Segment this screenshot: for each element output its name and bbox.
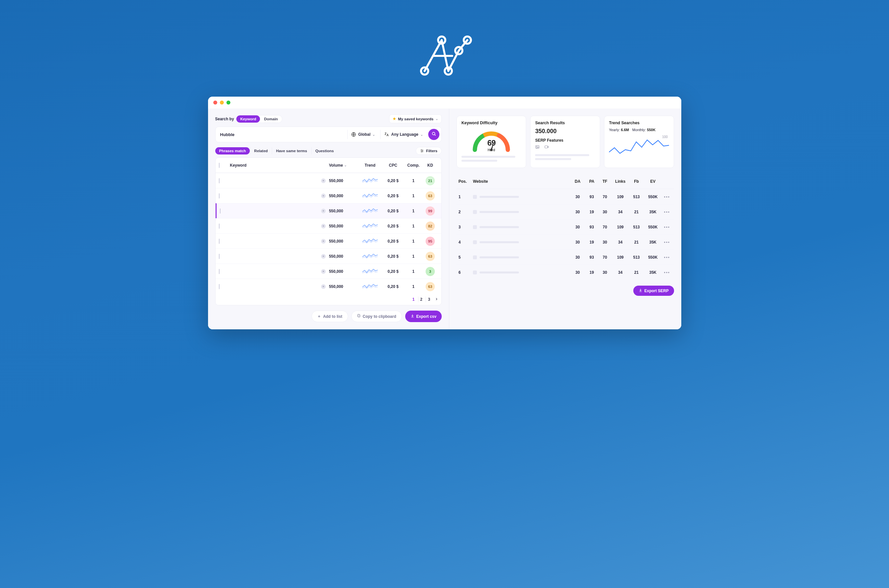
- favicon-placeholder: [473, 240, 477, 244]
- row-checkbox[interactable]: [220, 208, 220, 214]
- row-more-button[interactable]: •••: [662, 255, 672, 260]
- row-more-button[interactable]: •••: [662, 240, 672, 244]
- tab-questions[interactable]: Questions: [311, 147, 338, 154]
- row-checkbox[interactable]: [219, 238, 220, 244]
- cell-pa: 19: [585, 240, 598, 244]
- table-row[interactable]: +550,0000,20 $195: [216, 233, 441, 249]
- window-minimize-icon[interactable]: [220, 100, 224, 105]
- table-row[interactable]: +550,0000,20 $163: [216, 279, 441, 294]
- table-row[interactable]: +550,0000,20 $163: [216, 188, 441, 203]
- table-row[interactable]: +550,0000,20 $13: [216, 264, 441, 279]
- col-trend[interactable]: Trend: [358, 163, 382, 168]
- table-row[interactable]: 4301930342135K•••: [456, 234, 674, 249]
- page-1[interactable]: 1: [411, 297, 417, 302]
- cell-cpc: 0,20 $: [382, 224, 405, 228]
- saved-keywords-button[interactable]: ★ My saved keywords ⌄: [389, 114, 442, 123]
- filters-button[interactable]: Filters: [416, 147, 442, 155]
- col-pa[interactable]: PA: [585, 179, 598, 184]
- tab-have-same-terms[interactable]: Have same terms: [272, 147, 311, 154]
- website-placeholder: [480, 256, 519, 258]
- table-row[interactable]: +550,0000,20 $163: [216, 249, 441, 264]
- table-row[interactable]: 6301930342135K•••: [456, 265, 674, 280]
- cell-da: 30: [570, 240, 585, 244]
- info-icon[interactable]: +: [321, 178, 326, 183]
- saved-keywords-label: My saved keywords: [398, 117, 433, 121]
- cell-links: 109: [612, 255, 630, 260]
- info-icon[interactable]: +: [321, 284, 326, 289]
- tab-related[interactable]: Related: [250, 147, 272, 154]
- select-all-checkbox[interactable]: [219, 163, 220, 168]
- info-icon[interactable]: +: [321, 224, 326, 228]
- col-keyword[interactable]: Keyword: [230, 163, 321, 168]
- cell-trend: [358, 192, 382, 200]
- info-icon[interactable]: +: [321, 254, 326, 259]
- col-cpc[interactable]: CPC: [382, 163, 405, 168]
- table-row[interactable]: +550,0000,20 $121: [216, 173, 441, 188]
- row-more-button[interactable]: •••: [662, 225, 672, 230]
- row-checkbox[interactable]: [219, 224, 220, 229]
- page-2[interactable]: 2: [418, 297, 424, 302]
- search-by-domain[interactable]: Domain: [260, 116, 282, 123]
- row-checkbox[interactable]: [219, 269, 220, 274]
- search-button[interactable]: [428, 129, 439, 140]
- table-row[interactable]: 2301930342135K•••: [456, 204, 674, 219]
- cell-fb: 21: [630, 270, 644, 275]
- website-placeholder: [480, 272, 519, 273]
- table-row[interactable]: 5309370109513550K•••: [456, 249, 674, 265]
- col-kd[interactable]: KD: [422, 163, 438, 168]
- info-icon[interactable]: +: [321, 239, 326, 243]
- table-row[interactable]: 1309370109513550K•••: [456, 189, 674, 204]
- col-da[interactable]: DA: [570, 179, 585, 184]
- keyword-input[interactable]: [217, 130, 345, 139]
- col-website[interactable]: Website: [473, 179, 570, 184]
- copy-to-clipboard-button[interactable]: Copy to clipboard: [351, 310, 402, 322]
- info-icon[interactable]: +: [321, 269, 326, 274]
- export-csv-button[interactable]: Export csv: [405, 310, 442, 322]
- row-more-button[interactable]: •••: [662, 210, 672, 214]
- placeholder-text: [462, 156, 522, 162]
- col-links[interactable]: Links: [612, 179, 630, 184]
- tab-phrases-match[interactable]: Phrases match: [215, 147, 250, 154]
- table-row[interactable]: +550,0000,20 $199: [216, 203, 441, 218]
- cell-volume: 550,000: [329, 224, 358, 228]
- trend-monthly-value: 550K: [647, 128, 655, 132]
- page-3[interactable]: 3: [426, 297, 432, 302]
- chevron-down-icon: ⌄: [372, 133, 375, 136]
- cell-volume: 550,000: [329, 239, 358, 243]
- table-row[interactable]: 3309370109513550K•••: [456, 219, 674, 234]
- col-volume[interactable]: Volume⌄: [329, 163, 358, 168]
- row-checkbox[interactable]: [219, 254, 220, 259]
- row-checkbox[interactable]: [219, 284, 220, 289]
- info-icon[interactable]: +: [321, 209, 326, 213]
- favicon-placeholder: [473, 210, 477, 214]
- export-serp-button[interactable]: Export SERP: [633, 286, 674, 296]
- language-select[interactable]: Any Language ⌄: [380, 130, 426, 139]
- cell-volume: 550,000: [329, 194, 358, 198]
- page-next[interactable]: [433, 297, 438, 302]
- window-maximize-icon[interactable]: [226, 100, 230, 105]
- window-close-icon[interactable]: [213, 100, 217, 105]
- col-fb[interactable]: Fb: [630, 179, 644, 184]
- table-row[interactable]: +550,0000,20 $182: [216, 218, 441, 233]
- cell-comp: 1: [405, 224, 422, 228]
- cell-links: 34: [612, 270, 630, 275]
- plus-icon: ＋: [317, 314, 321, 319]
- cell-fb: 513: [630, 195, 644, 199]
- col-tf[interactable]: TF: [598, 179, 612, 184]
- kd-badge: 63: [426, 282, 435, 291]
- website-placeholder: [480, 211, 519, 213]
- row-more-button[interactable]: •••: [662, 270, 672, 275]
- placeholder-text: [535, 154, 595, 160]
- col-ev[interactable]: EV: [644, 179, 662, 184]
- row-checkbox[interactable]: [219, 178, 220, 183]
- cell-volume: 550,000: [329, 284, 358, 289]
- row-more-button[interactable]: •••: [662, 195, 672, 199]
- cell-cpc: 0,20 $: [382, 178, 405, 183]
- search-by-keyword[interactable]: Keyword: [236, 116, 260, 123]
- col-pos[interactable]: Pos.: [459, 179, 473, 184]
- info-icon[interactable]: +: [321, 194, 326, 198]
- row-checkbox[interactable]: [219, 193, 220, 198]
- region-select[interactable]: Global ⌄: [347, 130, 378, 139]
- col-comp[interactable]: Comp.: [405, 163, 422, 168]
- add-to-list-button[interactable]: ＋ Add to list: [312, 310, 348, 322]
